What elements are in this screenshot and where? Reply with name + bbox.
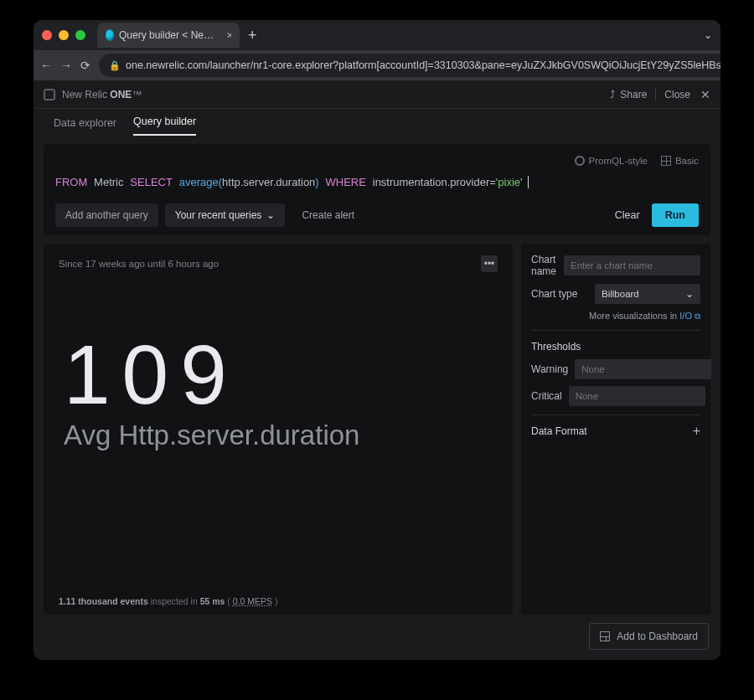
query-lhs: instrumentation.provider — [373, 176, 489, 188]
visualization-panel: Since 17 weeks ago until 6 hours ago •••… — [44, 244, 513, 615]
thresholds-heading: Thresholds — [531, 341, 700, 353]
divider — [531, 414, 700, 415]
divider — [655, 88, 656, 101]
tabs-overflow-icon[interactable]: ⌄ — [704, 29, 712, 41]
query-actions: Add another query Your recent queries ⌄ … — [55, 203, 699, 227]
critical-input[interactable] — [569, 386, 705, 406]
address-bar[interactable]: 🔒 one.newrelic.com/launcher/nr1-core.exp… — [99, 54, 720, 77]
add-data-format-button[interactable]: + — [693, 424, 700, 439]
browser-tab[interactable]: Query builder < New Relic Expl × — [97, 23, 240, 48]
chevron-down-icon: ⌄ — [685, 288, 694, 300]
favicon-icon — [106, 29, 114, 41]
critical-row: Critical — [531, 386, 700, 406]
grid-icon — [661, 156, 671, 166]
browser-window: Query builder < New Relic Expl × + ⌄ ← →… — [34, 20, 720, 660]
content: PromQL-style Basic FROM Metric SELECT av… — [34, 136, 720, 660]
external-link-icon: ⧉ — [695, 311, 700, 321]
maximize-window-icon[interactable] — [75, 30, 85, 40]
chevron-down-icon: ⌄ — [266, 209, 275, 221]
brand-prefix: New Relic — [62, 89, 110, 100]
promql-style-toggle[interactable]: PromQL-style — [575, 156, 648, 166]
lock-icon: 🔒 — [109, 60, 121, 71]
data-format-row: Data Format + — [531, 424, 700, 439]
query-eq: = — [489, 176, 496, 188]
more-visualizations-link[interactable]: More visualizations in I/O ⧉ — [531, 311, 700, 322]
billboard-value: 109 — [64, 332, 498, 416]
brand-tm: ™ — [132, 89, 142, 100]
reload-icon[interactable]: ⟳ — [80, 59, 90, 72]
kw-from: FROM — [55, 176, 87, 188]
promql-label: PromQL-style — [589, 156, 648, 166]
chart-type-row: Chart type Billboard ⌄ — [531, 284, 700, 304]
basic-label: Basic — [675, 156, 699, 166]
chart-type-value: Billboard — [602, 289, 639, 299]
add-to-dashboard-label: Add to Dashboard — [617, 631, 698, 642]
close-panel-button[interactable]: Close ✕ — [664, 88, 710, 101]
foot-rate: 0.0 MEPS — [233, 596, 272, 606]
chart-name-label: Chart name — [531, 254, 557, 277]
viz-header: Since 17 weeks ago until 6 hours ago ••• — [59, 255, 498, 272]
chart-type-select[interactable]: Billboard ⌄ — [595, 284, 700, 304]
io-link[interactable]: I/O — [679, 311, 692, 321]
share-arrow-icon: ⤴ — [610, 89, 615, 100]
app-header: New Relic ONE™ ⤴ Share Close ✕ — [34, 80, 720, 109]
chart-type-label: Chart type — [531, 288, 588, 300]
foot-ms: 55 ms — [200, 596, 225, 606]
recent-label: Your recent queries — [175, 209, 262, 221]
close-window-icon[interactable] — [42, 30, 52, 40]
query-editor[interactable]: FROM Metric SELECT average(http.server.d… — [55, 172, 699, 200]
query-metric: Metric — [94, 176, 123, 188]
billboard-label: Avg Http.server.duration — [64, 419, 498, 451]
warning-label: Warning — [531, 363, 568, 375]
brand-bold: ONE — [110, 89, 132, 100]
foot-mid: inspected in — [148, 596, 200, 606]
window-controls — [42, 30, 85, 40]
warning-row: Warning — [531, 359, 700, 379]
new-tab-button[interactable]: + — [248, 27, 257, 44]
create-alert-button[interactable]: Create alert — [292, 203, 364, 227]
browser-tabbar: Query builder < New Relic Expl × + ⌄ — [34, 20, 720, 50]
query-arg: http.server.duration — [222, 176, 315, 188]
clear-button[interactable]: Clear — [615, 209, 640, 221]
text-cursor — [525, 176, 529, 188]
footer: Add to Dashboard — [44, 615, 710, 650]
back-icon[interactable]: ← — [40, 59, 52, 72]
run-button[interactable]: Run — [652, 203, 699, 227]
brand-label: New Relic ONE™ — [62, 89, 142, 100]
share-label: Share — [620, 89, 647, 100]
data-format-label: Data Format — [531, 425, 587, 437]
divider — [531, 330, 700, 331]
add-another-query-button[interactable]: Add another query — [55, 203, 158, 227]
warning-input[interactable] — [575, 359, 711, 379]
chart-name-row: Chart name — [531, 254, 700, 277]
results-split: Since 17 weeks ago until 6 hours ago •••… — [44, 244, 710, 615]
foot-count: 1.11 thousand events — [59, 596, 148, 606]
add-to-dashboard-button[interactable]: Add to Dashboard — [589, 623, 709, 650]
tab-data-explorer[interactable]: Data explorer — [54, 117, 116, 136]
chart-name-input[interactable] — [564, 255, 700, 275]
query-card: PromQL-style Basic FROM Metric SELECT av… — [44, 144, 710, 235]
chart-config-panel: Chart name Chart type Billboard ⌄ More v… — [521, 244, 710, 615]
query-style-switch: PromQL-style Basic — [55, 156, 699, 166]
viz-footer: 1.11 thousand events inspected in 55 ms … — [59, 596, 498, 606]
dashboard-icon — [600, 631, 610, 641]
share-button[interactable]: ⤴ Share — [610, 89, 647, 100]
recent-queries-dropdown[interactable]: Your recent queries ⌄ — [165, 203, 286, 227]
more-viz-prefix: More visualizations in — [589, 311, 679, 321]
sub-nav: Data explorer Query builder — [34, 109, 720, 136]
forward-icon[interactable]: → — [60, 59, 72, 72]
brand-logo-icon — [44, 89, 55, 100]
kw-where: WHERE — [326, 176, 366, 188]
basic-style-toggle[interactable]: Basic — [661, 156, 699, 166]
url-text: one.newrelic.com/launcher/nr1-core.explo… — [126, 59, 720, 71]
tab-query-builder[interactable]: Query builder — [133, 116, 196, 136]
query-rhs: 'pixie' — [496, 176, 523, 188]
viz-menu-button[interactable]: ••• — [481, 255, 498, 272]
critical-label: Critical — [531, 390, 562, 402]
minimize-window-icon[interactable] — [59, 30, 69, 40]
circle-icon — [575, 156, 585, 166]
kw-select: SELECT — [130, 176, 173, 188]
tab-title: Query builder < New Relic Expl — [119, 29, 218, 41]
browser-toolbar: ← → ⟳ 🔒 one.newrelic.com/launcher/nr1-co… — [34, 50, 720, 80]
close-tab-icon[interactable]: × — [226, 28, 231, 42]
